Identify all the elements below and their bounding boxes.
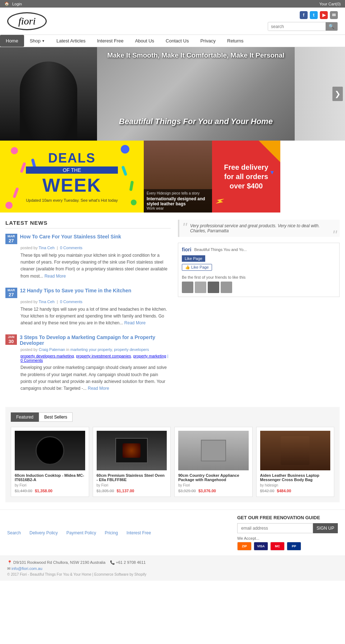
nav-item-latest-articles[interactable]: Latest Articles [51, 35, 91, 47]
price-new-4: $484.00 [277, 489, 291, 493]
leather-title: Internationally designed and styled leat… [147, 196, 209, 206]
twitter-icon[interactable]: t [310, 11, 318, 19]
footer-email-link[interactable]: info@fiori.com.au [12, 566, 42, 571]
footer-copyright: © 2017 Fiori - Beautiful Things For You … [7, 572, 338, 576]
visa-icon: VISA [254, 542, 268, 551]
promo-row: DEALS OF THE WEEK Updated 10am every Tue… [0, 141, 345, 213]
top-bar: 🏠 Login Your Cart(0) [0, 0, 345, 8]
news-body-2: These 12 handy tips will save you a lot … [20, 306, 171, 327]
product-price-1: $1,449.00 $1,358.00 [15, 489, 85, 493]
nav-item-contact-us[interactable]: Contact Us [160, 35, 194, 47]
fb-brand: fiori [182, 247, 191, 252]
deals-title: DEALS [26, 151, 118, 166]
read-more-1[interactable]: Read More [45, 274, 66, 279]
product-price-3: $3,929.00 $3,076.00 [178, 489, 249, 493]
footer-delivery-link[interactable]: Delivery Policy [29, 530, 58, 535]
news-item-1: MAR 27 How To Care For Your Stainless St… [5, 234, 171, 280]
reno-signup-button[interactable]: SIGN UP [313, 523, 338, 533]
news-body-1: These tips will help you maintain your k… [20, 252, 171, 280]
deco-bar [20, 162, 26, 173]
we-accept-label: We Accept... [237, 536, 338, 540]
footer-pricing-link[interactable]: Pricing [105, 530, 118, 535]
nav-item-interest-free[interactable]: Interest Free [91, 35, 129, 47]
search-input[interactable] [268, 23, 326, 31]
read-more-3[interactable]: Read More [88, 386, 109, 391]
product-name-4: Aiden Leather Business Laptop Messenger … [260, 473, 331, 482]
deco-triangle [259, 141, 280, 162]
sidebar-column: " Very professional service and great pr… [171, 220, 340, 400]
leather-every-piece: Every Hidesign piece tells a story [147, 191, 209, 195]
product-image-1 [15, 431, 85, 470]
news-date-3: JAN 30 [5, 334, 17, 345]
fb-header: fiori Beautiful Things You and Yo... [182, 247, 336, 252]
search-button[interactable]: 🔍 [326, 22, 337, 31]
fb-thumbnails [182, 282, 336, 293]
deals-content: DEALS OF THE WEEK Updated 10am every Tue… [26, 151, 118, 202]
footer-address: 📍 D9/101 Rookwood Rd Chullora, NSW 2190 … [7, 560, 338, 565]
product-card-2[interactable]: 60cm Premium Stainless Steel Oven - Ella… [93, 427, 171, 497]
footer-search-link[interactable]: Search [7, 530, 21, 535]
fb-thumb-3 [208, 282, 219, 293]
hero-next-arrow[interactable]: ❯ [332, 87, 343, 101]
leather-sub: Work wear [147, 206, 209, 210]
deco-zigzag: ⚡ [214, 195, 226, 207]
footer-payment-link[interactable]: Payment Policy [66, 530, 96, 535]
login-link[interactable]: Login [12, 2, 22, 6]
news-meta-3: posted by Craig Pateman in marketing you… [20, 347, 171, 352]
tab-best-sellers[interactable]: Best Sellers [39, 412, 73, 422]
youtube-icon[interactable]: ▶ [320, 11, 328, 19]
deals-sub: Updated 10am every Tuesday. See what's H… [26, 198, 118, 202]
nav-item-about-us[interactable]: About Us [129, 35, 160, 47]
address-icon: 📍 [7, 560, 12, 565]
facebook-box: fiori Beautiful Things You and Yo... Lik… [178, 243, 340, 297]
logo[interactable]: fiori [7, 12, 47, 30]
nav-item-privacy[interactable]: Privacy [194, 35, 221, 47]
hero-person-section [0, 47, 97, 141]
mastercard-icon: MC [270, 542, 285, 551]
news-date-2: MAR 27 [5, 288, 17, 298]
nav-item-shop[interactable]: Shop ▼ [24, 35, 51, 47]
price-old-4: $542.00 [260, 489, 275, 493]
nav-item-home[interactable]: Home [0, 35, 24, 47]
tab-featured[interactable]: Featured [11, 412, 39, 422]
email-icon[interactable]: ✉ [330, 11, 338, 19]
product-brand-1: by Fiori [15, 483, 85, 487]
deco-circle [5, 202, 13, 209]
fb-sub-text: Be the first of your friends to like thi… [182, 275, 336, 279]
product-name-2: 60cm Premium Stainless Steel Oven - Ella… [97, 473, 167, 482]
logo-text[interactable]: fiori [7, 12, 47, 30]
news-title-1[interactable]: How To Care For Your Stainless Steel Sin… [20, 234, 121, 239]
products-grid: 60cm Induction Cooktop - Midea MC-IT6516… [11, 427, 334, 497]
product-image-4 [260, 431, 331, 470]
news-column: Latest News MAR 27 How To Care For Your … [5, 220, 171, 400]
facebook-icon[interactable]: f [300, 11, 308, 19]
zip-icon: ZIP [237, 542, 252, 551]
news-title-3[interactable]: 3 Steps To Develop a Marketing Campaign … [20, 334, 171, 346]
reno-email-input[interactable] [237, 523, 313, 533]
promo-leather[interactable]: Every Hidesign piece tells a story Inter… [144, 141, 212, 213]
promo-leather-text: Every Hidesign piece tells a story Inter… [144, 189, 212, 213]
news-meta-2: posted by Tina Ceh | 0 Comments [20, 300, 171, 304]
product-brand-3: by Fiori [178, 483, 249, 487]
product-card-3[interactable]: 90cm Country Cooker Appliance Package wi… [174, 427, 253, 497]
news-date-1: MAR 27 [5, 234, 17, 244]
footer-interest-free-link[interactable]: Interest Free [126, 530, 151, 535]
home-icon[interactable]: 🏠 [4, 1, 9, 6]
product-card-4[interactable]: Aiden Leather Business Laptop Messenger … [256, 427, 335, 497]
news-meta-1: posted by Tina Ceh | 0 Comments [20, 246, 171, 250]
news-title-2[interactable]: 12 Handy Tips to Save you Time in the Ki… [20, 288, 132, 293]
product-price-4: $542.00 $484.00 [260, 489, 331, 493]
news-header-2: MAR 27 12 Handy Tips to Save you Time in… [5, 288, 171, 298]
phone-icon: 📞 [110, 560, 115, 565]
cart-label[interactable]: Your Cart(0) [319, 2, 341, 6]
promo-deals[interactable]: DEALS OF THE WEEK Updated 10am every Tue… [0, 141, 144, 213]
deco-circle [121, 145, 129, 154]
product-card-1[interactable]: 60cm Induction Cooktop - Midea MC-IT6516… [11, 427, 89, 497]
fb-like-button[interactable]: 👍 Like Page [182, 264, 336, 273]
promo-free-delivery[interactable]: ⚡ ▼ Free delivery for all orders over $4… [212, 141, 280, 213]
header-right: f t ▶ ✉ 🔍 [268, 11, 338, 31]
main-nav: Home Shop ▼ Latest Articles Interest Fre… [0, 35, 345, 47]
price-new-2: $1,137.00 [117, 489, 134, 493]
read-more-2[interactable]: Read More [124, 320, 146, 325]
nav-item-returns[interactable]: Returns [221, 35, 249, 47]
